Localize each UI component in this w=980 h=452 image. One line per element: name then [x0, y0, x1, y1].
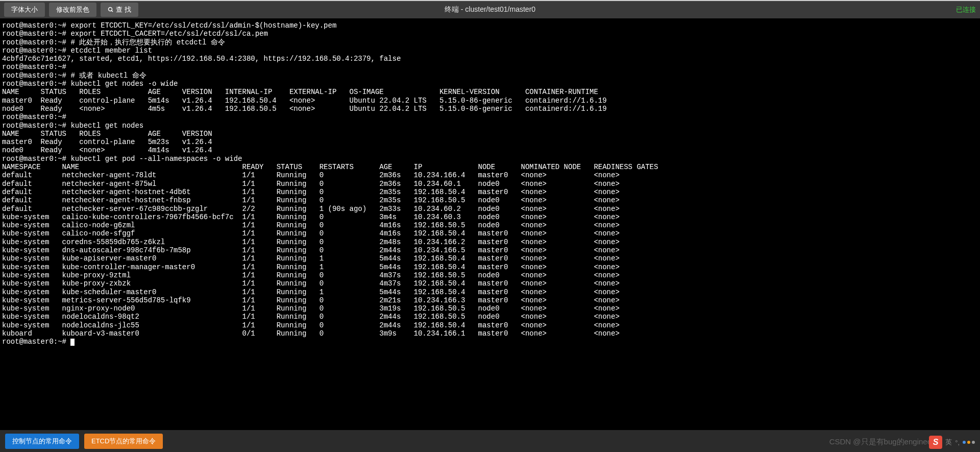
font-size-button[interactable]: 字体大小 — [4, 3, 45, 17]
connection-status: 已连接 — [956, 5, 976, 14]
window-title: 终端 - cluster/test01/master0 — [445, 5, 535, 14]
etcd-node-commands-tab[interactable]: ETCD节点的常用命令 — [84, 434, 163, 449]
ime-mode[interactable]: 英 — [945, 438, 952, 447]
terminal-cursor — [70, 339, 75, 346]
watermark: CSDN @只是有bug的engineer — [829, 437, 934, 447]
ime-dots — [963, 441, 975, 444]
find-label: 查 找 — [116, 5, 131, 14]
sogou-icon[interactable]: S — [929, 436, 942, 449]
terminal-output[interactable]: root@master0:~# export ETCDCTL_KEY=/etc/… — [0, 18, 980, 430]
search-icon — [108, 7, 114, 13]
toolbar: 字体大小 修改前景色 查 找 终端 - cluster/test01/maste… — [0, 0, 980, 18]
modify-foreground-button[interactable]: 修改前景色 — [49, 3, 96, 17]
ime-indicator: S 英 °, — [929, 436, 975, 449]
ime-punct: °, — [955, 439, 960, 446]
find-button[interactable]: 查 找 — [101, 3, 138, 17]
svg-point-0 — [109, 8, 112, 11]
control-node-commands-tab[interactable]: 控制节点的常用命令 — [5, 434, 79, 449]
svg-line-1 — [112, 11, 113, 12]
bottom-tabs: 控制节点的常用命令 ETCD节点的常用命令 — [0, 431, 168, 452]
